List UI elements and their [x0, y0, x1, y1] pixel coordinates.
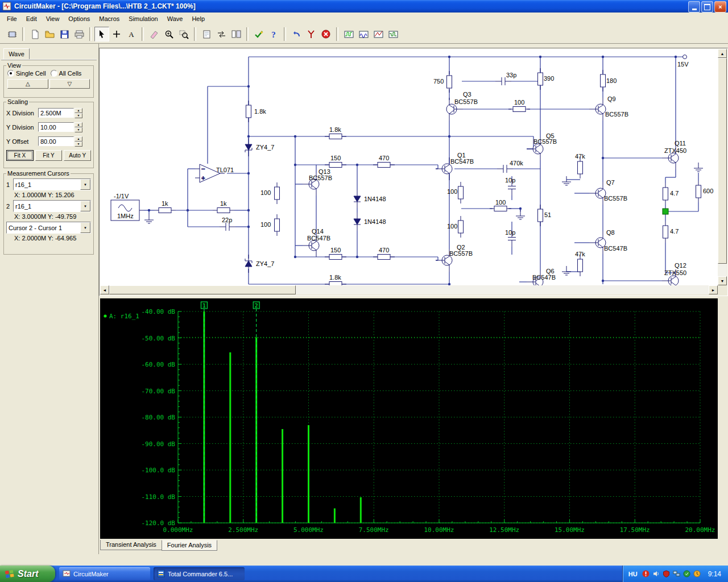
- tab-fourier-analysis[interactable]: Fourier Analysis: [162, 540, 217, 551]
- component-15v[interactable]: [683, 55, 687, 59]
- scroll-left-arrow-icon[interactable]: ◄: [100, 285, 109, 294]
- scope-dc-button[interactable]: [371, 27, 386, 41]
- scope-ac-icon: [358, 29, 369, 40]
- radio-all-cells[interactable]: All Cells: [51, 70, 82, 77]
- menu-simulation[interactable]: Simulation: [124, 14, 162, 24]
- delete-tool-button[interactable]: [147, 27, 162, 41]
- scope-digital-button[interactable]: [386, 27, 400, 41]
- fit-y-button[interactable]: Fit Y: [35, 150, 63, 161]
- tab-transient-analysis[interactable]: Transient Analysis: [100, 540, 162, 550]
- start-button[interactable]: Start: [0, 566, 55, 582]
- cursor-2-signal-select[interactable]: r16_1▼: [13, 200, 91, 212]
- print-button[interactable]: [72, 27, 86, 41]
- menu-wave[interactable]: Wave: [163, 14, 188, 24]
- component-label: 47k: [575, 251, 585, 257]
- menu-help[interactable]: Help: [187, 14, 209, 24]
- minimize-button[interactable]: [688, 1, 700, 13]
- schematic-canvas[interactable]: 1.8kZY4_71.8k15047075033p390180Q3BC557B1…: [100, 49, 718, 285]
- spin-up-icon[interactable]: ▲: [75, 122, 82, 127]
- help-button[interactable]: ?: [266, 27, 281, 41]
- cursor-difference-select-value: Cursor 2 - Cursor 1: [7, 225, 80, 231]
- menu-file[interactable]: File: [2, 14, 22, 24]
- y-offset-input[interactable]: [38, 136, 74, 146]
- component-label: ZTX450: [664, 147, 686, 154]
- update-icon[interactable]: [693, 570, 701, 578]
- split-view-button[interactable]: [229, 27, 243, 41]
- taskbar-task-total-commander-6-5[interactable]: Total Commander 6.5...: [154, 567, 245, 580]
- hscroll-thumb[interactable]: [109, 285, 296, 294]
- network-icon[interactable]: [673, 570, 681, 578]
- fit-page-view-button[interactable]: [199, 27, 214, 41]
- x-tick-label: 10.00MHz: [424, 526, 454, 534]
- fourier-plot[interactable]: -40.00 dB-50.00 dB-60.00 dB-70.00 dB-80.…: [100, 298, 718, 539]
- language-indicator[interactable]: HU: [628, 571, 638, 577]
- schematic-hscrollbar[interactable]: ◄ ►: [100, 285, 718, 294]
- junction-dot: [294, 135, 296, 138]
- zoom-tool-button[interactable]: [162, 27, 176, 41]
- spin-up-icon[interactable]: ▲: [75, 108, 82, 113]
- scroll-down-button[interactable]: ▽: [49, 79, 90, 89]
- new-file-button[interactable]: [27, 27, 42, 41]
- zoom-window-tool-button[interactable]: [176, 27, 191, 41]
- radio-single-cell[interactable]: Single Cell: [7, 70, 46, 77]
- open-file-button[interactable]: [42, 27, 57, 41]
- spin-down-icon[interactable]: ▼: [75, 142, 82, 147]
- pan-view-button[interactable]: [214, 27, 229, 41]
- scroll-down-arrow-icon[interactable]: ▼: [718, 276, 727, 285]
- scope-ac-button[interactable]: [356, 27, 371, 41]
- scaling-row: Y Offset▲▼: [6, 134, 91, 148]
- chevron-down-icon[interactable]: ▼: [80, 179, 90, 190]
- component-probe[interactable]: [663, 209, 668, 214]
- schematic-vscrollbar[interactable]: ▲ ▼: [718, 49, 727, 285]
- alert-icon[interactable]: [642, 570, 650, 578]
- y-division-input[interactable]: [38, 122, 74, 132]
- shield-icon[interactable]: [663, 570, 671, 578]
- text-tool-button[interactable]: A: [124, 27, 139, 41]
- auto-y-button[interactable]: Auto Y: [64, 150, 91, 161]
- arrow-tool-button[interactable]: [94, 27, 109, 41]
- component-label: Q11: [675, 140, 686, 147]
- taskbar-task-circuitmaker[interactable]: CircuitMaker: [59, 567, 150, 580]
- stop-simulation-button[interactable]: [318, 27, 333, 41]
- clock[interactable]: 9:14: [708, 570, 721, 578]
- chevron-down-icon[interactable]: ▼: [80, 222, 90, 233]
- spin-down-icon[interactable]: ▼: [75, 127, 82, 132]
- spin-down-icon[interactable]: ▼: [75, 113, 82, 118]
- junction-dot: [247, 135, 250, 138]
- menu-view[interactable]: View: [42, 14, 64, 24]
- part-browser-button[interactable]: [5, 27, 19, 41]
- volume-icon[interactable]: [652, 570, 660, 578]
- tab-wave[interactable]: Wave: [3, 48, 30, 60]
- wire-tool-button[interactable]: [109, 27, 124, 41]
- scroll-right-arrow-icon[interactable]: ►: [709, 285, 718, 294]
- chevron-down-icon[interactable]: ▼: [80, 201, 90, 211]
- run-simulation-check-button[interactable]: [251, 27, 266, 41]
- spin-up-icon[interactable]: ▲: [75, 136, 82, 142]
- scope-transient-button[interactable]: [341, 27, 356, 41]
- component-label: BC557B: [454, 98, 478, 105]
- menu-macros[interactable]: Macros: [94, 14, 124, 24]
- menu-options[interactable]: Options: [64, 14, 94, 24]
- y-offset-spinner[interactable]: ▲▼: [75, 136, 82, 147]
- component-label: 1k: [220, 200, 227, 207]
- cursor-difference-select[interactable]: Cursor 2 - Cursor 1▼: [6, 222, 91, 234]
- undo-button[interactable]: [289, 27, 304, 41]
- component-label: BC557B: [449, 250, 473, 257]
- close-button[interactable]: ×: [714, 1, 726, 13]
- antivirus-icon[interactable]: [683, 570, 691, 578]
- save-file-button[interactable]: [57, 27, 72, 41]
- x-division-spinner[interactable]: ▲▼: [75, 108, 82, 118]
- system-tray: HU 9:14: [622, 566, 728, 582]
- probe-tool-button[interactable]: [304, 27, 318, 41]
- junction-dot: [247, 209, 250, 211]
- x-division-input[interactable]: [38, 108, 74, 118]
- scroll-up-arrow-icon[interactable]: ▲: [718, 49, 727, 58]
- vscroll-thumb[interactable]: [718, 58, 727, 264]
- fit-x-button[interactable]: Fit X: [6, 150, 34, 161]
- maximize-restore-button[interactable]: [701, 1, 713, 13]
- scroll-up-button[interactable]: △: [7, 79, 48, 89]
- cursor-1-signal-select[interactable]: r16_1▼: [13, 178, 91, 190]
- menu-edit[interactable]: Edit: [22, 14, 42, 24]
- probe-marker: [663, 209, 668, 214]
- y-division-spinner[interactable]: ▲▼: [75, 122, 82, 132]
